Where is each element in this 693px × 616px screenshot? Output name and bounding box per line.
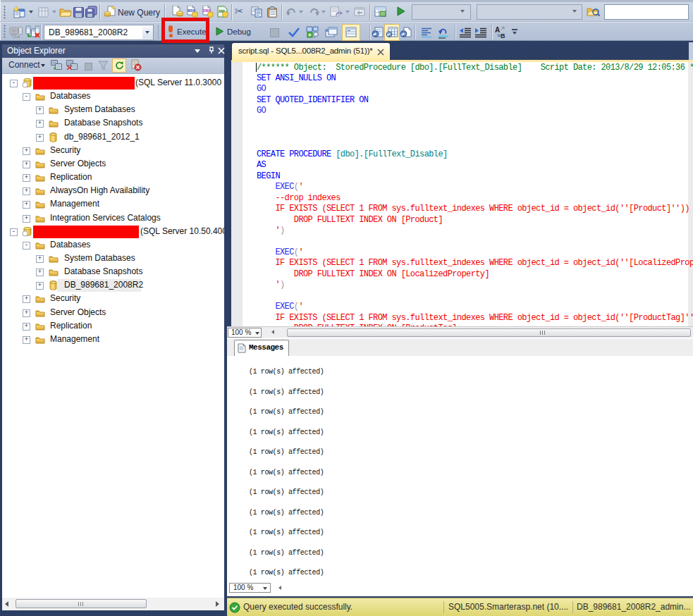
svg-text:A: A bbox=[495, 26, 500, 34]
svg-text:B: B bbox=[501, 32, 505, 39]
